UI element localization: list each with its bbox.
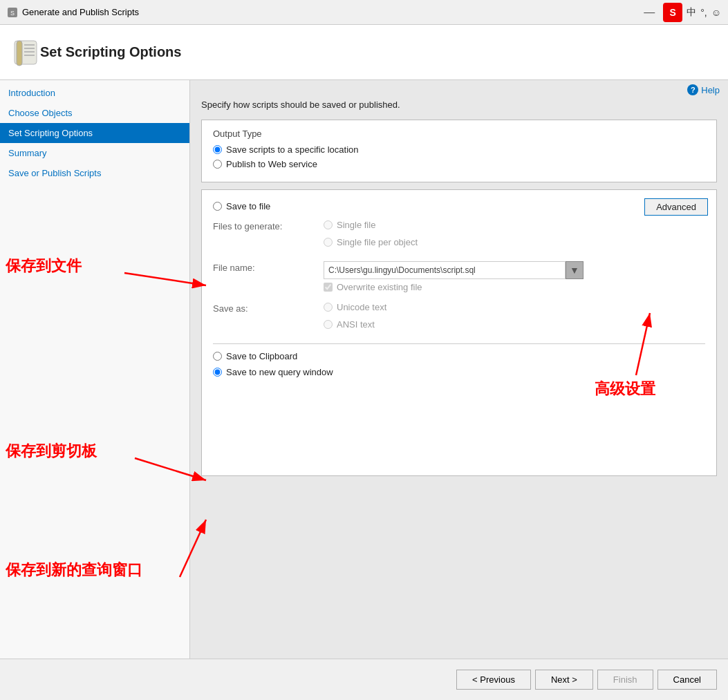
description-text: Specify how scripts should be saved or p… — [201, 100, 717, 110]
options-box: Advanced Save to file Files to generate:… — [201, 189, 717, 476]
overwrite-label: Overwrite existing file — [337, 282, 422, 292]
radio-save-specific-label[interactable]: Save scripts to a specific location — [226, 144, 358, 155]
content-inner: Specify how scripts should be saved or p… — [190, 100, 728, 494]
ansi-radio[interactable] — [324, 320, 333, 329]
file-name-row: File name: ▼ Overwrite existing file — [213, 261, 705, 292]
scroll-icon — [11, 38, 40, 67]
sogou-punct: °, — [700, 7, 707, 18]
single-file-row: Single file — [324, 220, 418, 230]
title-bar: S Generate and Publish Scripts — S 中 °, … — [0, 0, 728, 25]
sogou-text: 中 — [687, 6, 696, 19]
radio-publish-web-input[interactable] — [213, 160, 222, 169]
finish-button[interactable]: Finish — [597, 670, 653, 690]
output-type-label: Output Type — [213, 129, 705, 139]
file-name-controls: ▼ Overwrite existing file — [324, 261, 584, 292]
main-container: Introduction Choose Objects Set Scriptin… — [0, 80, 728, 659]
single-file-per-object-row: Single file per object — [324, 237, 418, 247]
nav-item-set-scripting-options[interactable]: Set Scripting Options — [0, 123, 189, 143]
browse-button[interactable]: ▼ — [566, 261, 584, 279]
sogou-icon: S — [663, 3, 682, 22]
overwrite-checkbox[interactable] — [324, 283, 333, 292]
app-icon: S — [7, 7, 18, 18]
window-title: Generate and Publish Scripts — [22, 7, 139, 17]
files-to-generate-row: Files to generate: Single file Single fi… — [213, 220, 705, 252]
ansi-row: ANSI text — [324, 319, 386, 330]
unicode-label: Unicode text — [337, 302, 386, 312]
file-name-input[interactable] — [324, 261, 566, 279]
nav-item-summary[interactable]: Summary — [0, 143, 189, 163]
overwrite-checkbox-row: Overwrite existing file — [324, 282, 584, 292]
title-bar-left: S Generate and Publish Scripts — [7, 7, 139, 18]
svg-text:S: S — [10, 10, 15, 17]
single-file-per-object-radio[interactable] — [324, 238, 333, 247]
sogou-area: — S 中 °, ☺ — [640, 3, 721, 22]
save-as-controls: Unicode text ANSI text — [324, 302, 386, 334]
bottom-bar: < Previous Next > Finish Cancel — [0, 659, 728, 700]
help-bar: ? Help — [190, 80, 728, 100]
save-to-clipboard-row: Save to Clipboard — [213, 351, 705, 361]
previous-button[interactable]: < Previous — [456, 670, 531, 690]
radio-save-specific: Save scripts to a specific location — [213, 144, 705, 155]
minimize-button[interactable]: — — [640, 5, 659, 20]
save-to-clipboard-radio[interactable] — [213, 352, 222, 361]
nav-item-introduction[interactable]: Introduction — [0, 83, 189, 103]
sogou-smiley: ☺ — [711, 7, 721, 18]
radio-save-specific-input[interactable] — [213, 145, 222, 154]
file-name-input-row: ▼ — [324, 261, 584, 279]
files-to-generate-controls: Single file Single file per object — [324, 220, 418, 252]
unicode-row: Unicode text — [324, 302, 386, 312]
ansi-label: ANSI text — [337, 319, 375, 330]
empty-space — [213, 381, 705, 464]
single-file-per-object-label: Single file per object — [337, 237, 418, 247]
radio-publish-web-label[interactable]: Publish to Web service — [226, 159, 317, 169]
file-name-label: File name: — [213, 261, 324, 273]
nav-item-choose-objects[interactable]: Choose Objects — [0, 103, 189, 123]
divider — [213, 343, 705, 344]
left-nav: Introduction Choose Objects Set Scriptin… — [0, 80, 190, 659]
cancel-button[interactable]: Cancel — [657, 670, 717, 690]
nav-item-save-publish[interactable]: Save or Publish Scripts — [0, 163, 189, 183]
files-to-generate-label: Files to generate: — [213, 220, 324, 231]
help-link[interactable]: Help — [701, 85, 720, 95]
dialog-header: Set Scripting Options — [0, 25, 728, 80]
single-file-label: Single file — [337, 220, 375, 230]
radio-publish-web: Publish to Web service — [213, 159, 705, 169]
save-as-row: Save as: Unicode text ANSI text — [213, 302, 705, 334]
save-to-file-label[interactable]: Save to file — [226, 201, 270, 211]
save-to-clipboard-label[interactable]: Save to Clipboard — [226, 351, 297, 361]
save-to-query-label[interactable]: Save to new query window — [226, 367, 333, 377]
page-title: Set Scripting Options — [40, 44, 181, 60]
help-icon: ? — [687, 84, 698, 95]
save-to-query-radio[interactable] — [213, 368, 222, 377]
save-as-label: Save as: — [213, 302, 324, 314]
next-button[interactable]: Next > — [535, 670, 593, 690]
unicode-radio[interactable] — [324, 303, 333, 312]
advanced-button[interactable]: Advanced — [644, 198, 708, 216]
save-to-file-row: Save to file — [213, 201, 705, 211]
single-file-radio[interactable] — [324, 220, 333, 229]
output-type-section: Output Type Save scripts to a specific l… — [201, 120, 717, 182]
right-content: ? Help Specify how scripts should be sav… — [190, 80, 728, 659]
save-to-query-row: Save to new query window — [213, 367, 705, 377]
save-to-file-radio[interactable] — [213, 202, 222, 211]
